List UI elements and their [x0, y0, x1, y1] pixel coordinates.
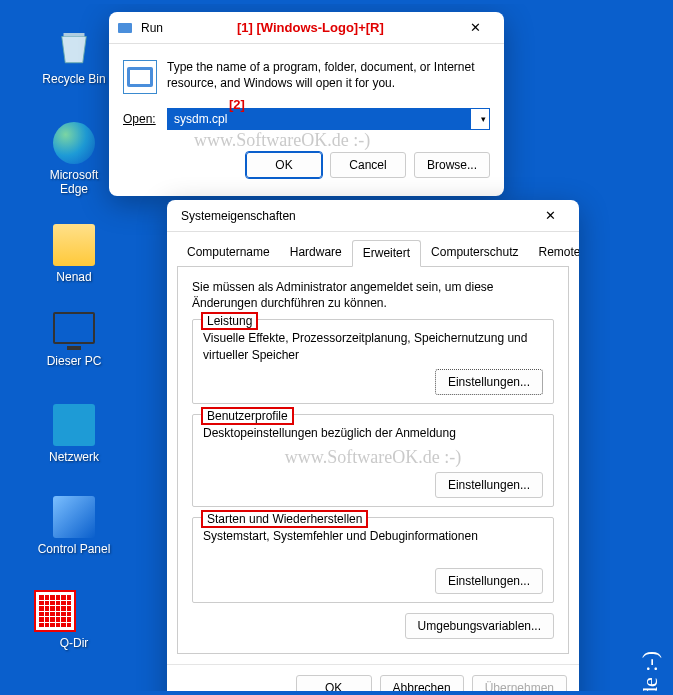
desktop-icon-control-panel[interactable]: Control Panel — [34, 496, 114, 556]
group-startup-recovery-desc: Systemstart, Systemfehler und Debuginfor… — [203, 528, 543, 544]
control-panel-icon — [53, 496, 95, 538]
network-icon — [53, 404, 95, 446]
desktop-icon-qdir[interactable]: Q-Dir — [34, 590, 114, 650]
close-button[interactable]: ✕ — [529, 201, 571, 231]
qdir-icon — [34, 590, 76, 632]
run-open-label: Open: — [123, 112, 167, 126]
sysprop-title: Systemeigenschaften — [175, 209, 529, 223]
desktop-icon-label: Microsoft Edge — [34, 168, 114, 196]
group-performance-desc: Visuelle Effekte, Prozessorzeitplanung, … — [203, 330, 543, 362]
sysprop-cancel-button[interactable]: Abbrechen — [380, 675, 464, 695]
desktop-icon-folder[interactable]: Nenad — [34, 224, 114, 284]
run-open-combobox[interactable]: ▾ — [167, 108, 490, 130]
sysprop-ok-button[interactable]: OK — [296, 675, 372, 695]
desktop-icon-label: Dieser PC — [34, 354, 114, 368]
tab-strip: Computername Hardware Erweitert Computer… — [177, 240, 569, 267]
desktop-icon-label: Control Panel — [34, 542, 114, 556]
group-user-profiles-legend: Benutzerprofile — [201, 407, 294, 425]
desktop-icon-edge[interactable]: Microsoft Edge — [34, 122, 114, 196]
profiles-settings-button[interactable]: Einstellungen... — [435, 472, 543, 498]
folder-icon — [53, 224, 95, 266]
desktop-icon-recycle-bin[interactable]: Recycle Bin — [34, 26, 114, 86]
env-variables-button[interactable]: Umgebungsvariablen... — [405, 613, 554, 639]
tab-page-advanced: Sie müssen als Administrator angemeldet … — [177, 267, 569, 654]
run-cancel-button[interactable]: Cancel — [330, 152, 406, 178]
tab-hardware[interactable]: Hardware — [280, 240, 352, 266]
recycle-bin-icon — [53, 26, 95, 68]
desktop-icon-label: Nenad — [34, 270, 114, 284]
admin-intro: Sie müssen als Administrator angemeldet … — [192, 279, 554, 311]
performance-settings-button[interactable]: Einstellungen... — [435, 369, 543, 395]
pc-icon — [53, 312, 95, 350]
sysprop-titlebar: Systemeigenschaften ✕ — [167, 200, 579, 232]
group-startup-recovery: Starten und Wiederherstellen Systemstart… — [192, 517, 554, 603]
group-performance: Leistung Visuelle Effekte, Prozessorzeit… — [192, 319, 554, 403]
desktop-icon-network[interactable]: Netzwerk — [34, 404, 114, 464]
run-browse-button[interactable]: Browse... — [414, 152, 490, 178]
run-body-icon — [123, 60, 157, 94]
close-button[interactable]: ✕ — [454, 13, 496, 43]
run-dialog: Run ✕ Type the name of a program, folder… — [109, 12, 504, 196]
sysprop-apply-button: Übernehmen — [472, 675, 567, 695]
svg-rect-0 — [118, 23, 132, 33]
startup-settings-button[interactable]: Einstellungen... — [435, 568, 543, 594]
group-performance-legend: Leistung — [201, 312, 258, 330]
tab-computerschutz[interactable]: Computerschutz — [421, 240, 528, 266]
desktop-icon-label: Q-Dir — [34, 636, 114, 650]
run-description: Type the name of a program, folder, docu… — [167, 60, 490, 91]
watermark: www.SoftwareOK.de :-) — [203, 447, 543, 468]
desktop-icon-this-pc[interactable]: Dieser PC — [34, 312, 114, 368]
annotation-2: [2] — [229, 97, 245, 112]
chevron-down-icon[interactable]: ▾ — [481, 114, 486, 124]
run-title-icon — [117, 20, 133, 36]
desktop-icon-label: Recycle Bin — [34, 72, 114, 86]
tab-computername[interactable]: Computername — [177, 240, 280, 266]
group-user-profiles-desc: Desktopeinstellungen bezüglich der Anmel… — [203, 425, 543, 441]
edge-icon — [53, 122, 95, 164]
svg-rect-2 — [130, 70, 150, 84]
run-open-input[interactable] — [168, 109, 471, 129]
tab-erweitert[interactable]: Erweitert — [352, 240, 421, 267]
run-ok-button[interactable]: OK — [246, 152, 322, 178]
sidebar-watermark: www.SoftwareOK.de :-) — [637, 651, 663, 695]
annotation-1: [1] [Windows-Logo]+[R] — [237, 20, 384, 35]
tab-remote[interactable]: Remote — [528, 240, 579, 266]
desktop-icon-label: Netzwerk — [34, 450, 114, 464]
group-user-profiles: Benutzerprofile Desktopeinstellungen bez… — [192, 414, 554, 507]
group-startup-recovery-legend: Starten und Wiederherstellen — [201, 510, 368, 528]
system-properties-dialog: Systemeigenschaften ✕ Computername Hardw… — [167, 200, 579, 695]
